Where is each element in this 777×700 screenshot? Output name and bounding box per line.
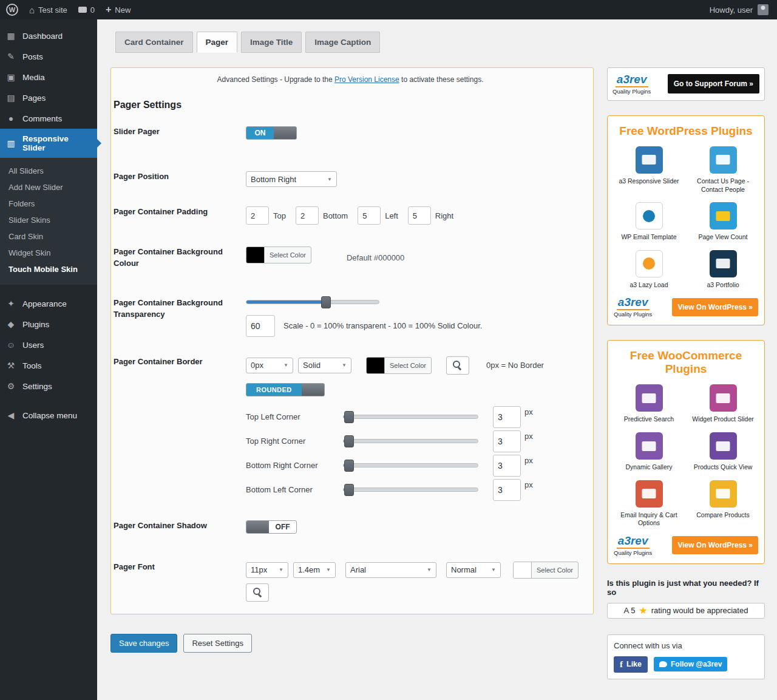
- plugin-item[interactable]: Predictive Search: [614, 384, 684, 424]
- tab-image-title[interactable]: Image Title: [241, 32, 302, 53]
- bottom-left-corner-input[interactable]: [493, 479, 521, 501]
- tab-card-container[interactable]: Card Container: [115, 32, 193, 53]
- slider-knob[interactable]: [344, 411, 354, 423]
- twitter-follow-button[interactable]: Follow @a3rev: [654, 657, 727, 671]
- sidebar-item-comments[interactable]: ● Comments: [0, 108, 97, 129]
- slider-knob[interactable]: [344, 435, 354, 447]
- view-on-wordpress-button[interactable]: View On WordPress »: [672, 536, 758, 554]
- padding-right-input[interactable]: [408, 206, 431, 225]
- slider-pager-toggle[interactable]: ON: [246, 126, 297, 140]
- font-preview-button[interactable]: [246, 583, 269, 602]
- submenu-add-new-slider[interactable]: Add New Slider: [0, 179, 97, 195]
- padding-top-input[interactable]: [246, 206, 269, 225]
- facebook-like-button[interactable]: f Like: [614, 656, 648, 673]
- plugin-item[interactable]: a3 Responsive Slider: [614, 146, 684, 194]
- rounded-corners-toggle[interactable]: ROUNDED: [246, 383, 325, 396]
- slider-knob[interactable]: [344, 460, 354, 472]
- plugin-item[interactable]: Compare Products: [688, 480, 758, 528]
- pager-shadow-toggle[interactable]: OFF: [246, 520, 297, 534]
- bottom-right-corner-input[interactable]: [493, 455, 521, 477]
- plugin-item[interactable]: a3 Portfolio: [688, 250, 758, 290]
- padding-left-input[interactable]: [358, 206, 381, 225]
- plugin-item[interactable]: Page View Count: [688, 202, 758, 242]
- plugin-item[interactable]: a3 Lazy Load: [614, 250, 684, 290]
- top-left-corner-slider[interactable]: [343, 415, 478, 419]
- bottom-right-corner-slider[interactable]: [343, 463, 478, 467]
- account-menu[interactable]: Howdy, user: [710, 4, 769, 15]
- pager-padding-label: Pager Container Padding: [114, 206, 246, 225]
- pro-version-license-link[interactable]: Pro Version License: [334, 75, 399, 84]
- sidebar-item-responsive-slider[interactable]: ▥ Responsive Slider: [0, 129, 97, 158]
- sidebar-item-posts[interactable]: ✎ Posts: [0, 46, 97, 67]
- submenu-card-skin[interactable]: Card Skin: [0, 228, 97, 245]
- bg-colour-picker-button[interactable]: Select Color: [246, 246, 311, 263]
- new-content-menu[interactable]: + New: [106, 5, 131, 15]
- plugin-item[interactable]: Contact Us Page - Contact People: [688, 146, 758, 194]
- save-changes-button[interactable]: Save changes: [110, 634, 177, 653]
- sidebar-item-collapse-menu[interactable]: ◀ Collapse menu: [0, 405, 97, 426]
- sidebar-item-appearance[interactable]: ✦ Appearance: [0, 293, 97, 314]
- border-preview-button[interactable]: [446, 356, 469, 375]
- font-colour-picker-button[interactable]: Select Color: [513, 562, 579, 579]
- bottom-left-corner-slider[interactable]: [343, 488, 478, 492]
- submenu-widget-skin[interactable]: Widget Skin: [0, 245, 97, 261]
- submenu-slider-skins[interactable]: Slider Skins: [0, 212, 97, 228]
- border-width-select[interactable]: 0px ▼: [246, 358, 293, 373]
- sidebar-item-plugins[interactable]: ◆ Plugins: [0, 314, 97, 335]
- dynamic-gallery-plugin-icon: [636, 432, 663, 460]
- sidebar-item-settings[interactable]: ⚙ Settings: [0, 376, 97, 396]
- font-weight-select[interactable]: Normal ▼: [446, 562, 501, 578]
- top-right-corner-row: Top Right Corner px: [246, 430, 587, 452]
- submenu-touch-mobile-skin[interactable]: Touch Mobile Skin: [0, 261, 97, 277]
- site-name-link[interactable]: ⌂ Test site: [29, 5, 67, 15]
- font-line-height-select[interactable]: 1.4em ▼: [293, 562, 336, 578]
- go-to-support-forum-button[interactable]: Go to Support Forum »: [668, 74, 759, 93]
- sidebar-item-pages[interactable]: ▤ Pages: [0, 87, 97, 108]
- comments-shortcut[interactable]: 0: [78, 5, 95, 15]
- border-width-value: 0px: [251, 361, 263, 370]
- padding-bottom-input[interactable]: [296, 206, 319, 225]
- submenu-folders[interactable]: Folders: [0, 195, 97, 212]
- posts-icon: ✎: [5, 52, 17, 61]
- tab-pager[interactable]: Pager: [197, 32, 238, 53]
- five-star-rating-link[interactable]: A 5 ★ rating would be appreciated: [607, 603, 765, 619]
- border-colour-picker-button[interactable]: Select Color: [366, 357, 432, 374]
- slider-knob[interactable]: [344, 484, 354, 496]
- font-size-select[interactable]: 11px ▼: [246, 562, 288, 578]
- toggle-off-label: OFF: [269, 521, 296, 533]
- sidebar-item-dashboard[interactable]: ▦ Dashboard: [0, 25, 97, 46]
- slider-knob[interactable]: [321, 296, 331, 308]
- border-style-select[interactable]: Solid ▼: [298, 358, 351, 373]
- font-family-select[interactable]: Arial ▼: [345, 562, 436, 578]
- tab-image-caption[interactable]: Image Caption: [305, 32, 380, 53]
- pager-padding-row: Pager Container Padding Top Bottom Left …: [114, 206, 587, 225]
- plugin-item[interactable]: WP Email Template: [614, 202, 684, 242]
- border-style-line: 0px ▼ Solid ▼ Select Color: [246, 356, 587, 375]
- top-left-corner-label: Top Left Corner: [246, 412, 343, 421]
- transparency-slider[interactable]: [246, 300, 379, 304]
- sidebar-item-tools[interactable]: ⚒ Tools: [0, 355, 97, 376]
- view-on-wordpress-button[interactable]: View On WordPress »: [672, 298, 758, 316]
- top-right-corner-slider[interactable]: [343, 439, 478, 443]
- reset-settings-button[interactable]: Reset Settings: [183, 634, 252, 653]
- a3rev-brand: a3rev Quality Plugins: [614, 296, 652, 318]
- pager-settings-heading: Pager Settings: [114, 100, 587, 110]
- site-name-label: Test site: [38, 5, 67, 15]
- submenu-all-sliders[interactable]: All Sliders: [0, 163, 97, 179]
- pro-version-notice: Advanced Settings - Upgrade to the Pro V…: [114, 75, 587, 84]
- pager-font-row: Pager Font 11px ▼ 1.4em ▼: [114, 562, 587, 602]
- sidebar-item-label: Users: [22, 341, 44, 350]
- sidebar-item-media[interactable]: ▣ Media: [0, 67, 97, 87]
- plugin-item[interactable]: Dynamic Gallery: [614, 432, 684, 472]
- pager-border-controls: 0px ▼ Solid ▼ Select Color: [246, 356, 587, 503]
- top-left-corner-input[interactable]: [493, 406, 521, 428]
- chevron-down-icon: ▼: [491, 567, 496, 573]
- plugin-item[interactable]: Email Inquiry & Cart Options: [614, 480, 684, 528]
- top-right-corner-input[interactable]: [493, 430, 521, 452]
- wordpress-logo-menu[interactable]: W: [6, 4, 18, 16]
- plugin-item[interactable]: Widget Product Slider: [688, 384, 758, 424]
- sidebar-item-users[interactable]: ☺ Users: [0, 335, 97, 355]
- transparency-value-input[interactable]: [246, 315, 275, 337]
- pager-position-select[interactable]: Bottom Right ▼: [246, 171, 337, 187]
- plugin-item[interactable]: Products Quick View: [688, 432, 758, 472]
